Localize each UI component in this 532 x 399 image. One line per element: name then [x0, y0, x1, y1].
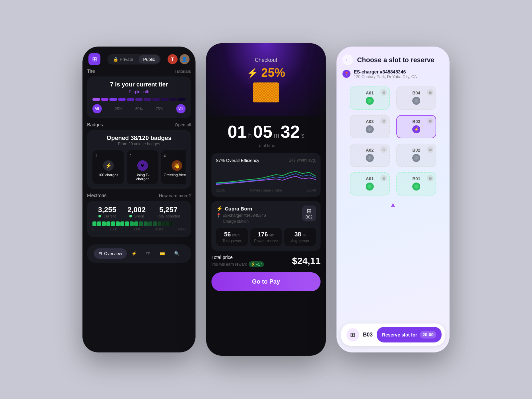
slot-indicator-b03: ⚡ — [412, 125, 420, 133]
electron-total: 5,257 Total collected — [157, 205, 180, 218]
total-label: Total price — [211, 255, 264, 260]
nav-search[interactable]: 🔍 — [170, 248, 184, 259]
slot-A02[interactable]: ⊞ A02 — [350, 144, 390, 167]
timer-minutes: 05 — [253, 122, 272, 142]
go-to-pay-button[interactable]: Go to Pay — [211, 272, 321, 291]
lightning-hero-icon: ⚡ — [247, 67, 258, 78]
badge-num-1: 1 — [95, 154, 97, 158]
tier-title: 7 is your current tier — [92, 81, 186, 88]
reserve-slot-button[interactable]: Reserve slot for 20:00 — [377, 327, 442, 342]
tier-subtitle: Purple path — [92, 89, 186, 94]
progress-seg-3 — [109, 98, 117, 101]
spent-dot — [129, 215, 132, 217]
stat-range-label: Power reserve — [253, 239, 279, 243]
slot-B02[interactable]: ⊞ B02 — [396, 144, 436, 167]
electron-current-label: Current — [98, 214, 116, 218]
stat-range: 176 km Power reserve — [250, 228, 282, 246]
electron-current-val: 3,255 — [98, 205, 116, 214]
slot-indicator-b01 — [412, 183, 420, 191]
badge-item-3[interactable]: 4 👋 Greeting friends — [161, 150, 186, 184]
private-toggle[interactable]: 🔒 Private — [108, 55, 138, 64]
slot-label-b03: B03 — [412, 119, 420, 124]
slot-A01-bottom[interactable]: ⊞ A01 — [350, 172, 390, 196]
public-toggle[interactable]: Public — [139, 55, 160, 64]
charger-name: ES-charger #345845346 — [354, 69, 417, 74]
stat-avg-val: 38 % — [287, 231, 313, 238]
tutorials-link[interactable]: Tutorials — [175, 69, 191, 74]
badge-num-2: 2 — [129, 154, 132, 158]
tier-progress-bar — [92, 98, 186, 101]
progress-seg-2 — [101, 98, 109, 101]
charger-pin-icon: 📍 — [342, 70, 350, 78]
badge-label-2: Using E-charger — [129, 173, 156, 181]
slot-indicator-a01t — [366, 97, 374, 105]
slot-row-top: ⊞ A01 ⊞ B04 — [346, 86, 440, 110]
visibility-toggle[interactable]: 🔒 Private Public — [107, 54, 161, 65]
badge-item-1[interactable]: 1 ⚡ 100 charges — [92, 150, 124, 184]
slot-icon-b01: ⊞ — [427, 175, 434, 182]
earn-more-link[interactable]: How earn more? — [159, 193, 191, 198]
vehicle-location: 📍 ES-charger #345845346 — [216, 213, 266, 218]
progress-seg-10 — [170, 98, 177, 101]
slot-map: ⊞ A01 ⊞ B04 ⊞ A03 ⊞ B — [340, 83, 446, 321]
charge-station-label: Charge station — [223, 219, 266, 224]
slot-row-lower: ⊞ A02 ⊞ B02 — [346, 144, 440, 167]
slot-label-b02: B02 — [412, 148, 420, 153]
lightning-nav-icon: ⚡ — [131, 251, 137, 256]
total-reward: You will earn reward ⚡ +17 — [211, 261, 264, 267]
tier-pct-75: 75% — [156, 107, 163, 111]
progress-seg-11 — [178, 98, 186, 101]
slot-label-a01b: A01 — [366, 176, 374, 181]
progress-seg-1 — [92, 98, 100, 101]
slot-B04[interactable]: ⊞ B04 — [396, 86, 436, 110]
stat-avg: 38 % Avg. power — [284, 228, 316, 246]
badge-item-2[interactable]: 2 ♥ Using E-charger — [127, 150, 158, 184]
slot-indicator-a03 — [366, 125, 374, 133]
pixel-art-graphic — [253, 82, 279, 102]
timer-hours: 01 — [227, 122, 247, 142]
checkout-title: Checkout — [255, 57, 277, 63]
timer-seconds: 32 — [281, 122, 300, 142]
vehicle-badge: ⊞ B02 — [302, 205, 316, 221]
phone1-header: ⊞ 🔒 Private Public T 👤 — [82, 47, 196, 68]
progress-seg-8 — [152, 98, 160, 101]
navigation-arrows: ▲ — [346, 201, 440, 208]
timer-h-unit: h — [248, 132, 252, 139]
slot-A03[interactable]: ⊞ A03 — [350, 115, 390, 138]
reserve-time: 20:00 — [420, 331, 436, 338]
nav-overview[interactable]: ⊟ Overview — [94, 248, 127, 259]
slot-A01-top[interactable]: ⊞ A01 — [350, 86, 390, 110]
open-all-link[interactable]: Open all — [175, 122, 191, 127]
badge-icon-vehicle: ⊞ — [306, 207, 313, 215]
slot-label-a03: A03 — [366, 119, 374, 124]
slot-label-b01: B01 — [412, 176, 420, 181]
tier-section-title: Tire — [87, 68, 95, 74]
reserve-header: ← Choose a slot to reserve — [336, 47, 450, 69]
badges-subtitle: From 20 unique badges — [92, 142, 186, 146]
scale-3000: 3000 — [133, 227, 140, 231]
back-button[interactable]: ← — [342, 55, 353, 65]
nav-map[interactable]: 🗺 — [141, 248, 155, 259]
badge-label-3: Greeting friends — [164, 173, 186, 177]
search-nav-icon: 🔍 — [174, 251, 180, 256]
slot-label-a02: A02 — [366, 148, 374, 153]
stat-power-label: Total power — [219, 239, 245, 243]
checkout-percent: 25% — [261, 66, 285, 80]
progress-seg-9 — [161, 98, 169, 101]
nav-charge[interactable]: ⚡ — [127, 248, 141, 259]
slot-indicator-b04 — [412, 97, 420, 105]
slot-icon-a01b: ⊞ — [380, 175, 387, 182]
slot-icon-a03: ⊞ — [380, 118, 387, 124]
badges-section: Badges Open all Opened 38/120 badges Fro… — [87, 122, 191, 189]
electrons-section: Electrons How earn more? 3,255 Current 2… — [87, 193, 191, 237]
nav-wallet[interactable]: 💳 — [155, 248, 170, 259]
slot-B01[interactable]: ⊞ B01 — [396, 172, 436, 196]
chart-xlabel: Power usage / Time — [250, 188, 282, 192]
slot-B03[interactable]: ⊞ B03 ⚡ — [396, 115, 436, 138]
progress-seg-4 — [118, 98, 126, 101]
badge-num-3: 4 — [164, 154, 166, 158]
avatar-user: 👤 — [180, 54, 190, 64]
electron-current: 3,255 Current — [98, 205, 116, 218]
charger-info: 📍 ES-charger #345845346 120 Century Park… — [342, 69, 444, 79]
total-price-row: Total price You will earn reward ⚡ +17 $… — [211, 255, 321, 267]
